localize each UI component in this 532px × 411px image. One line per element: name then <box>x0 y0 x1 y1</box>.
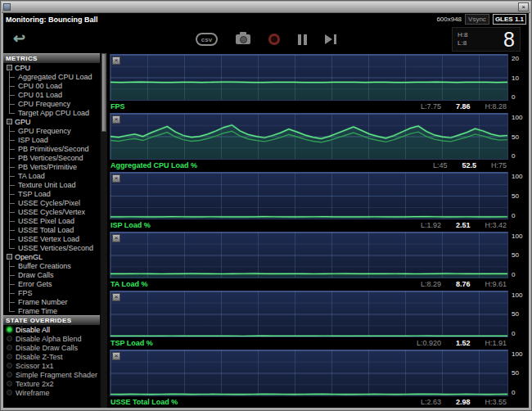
chart-close-icon[interactable]: × <box>112 115 120 124</box>
metric-item[interactable]: CPU Frequency <box>3 99 100 108</box>
window-close-button[interactable]: × <box>518 2 529 11</box>
chart-trace <box>110 114 507 159</box>
y-tick-top: 100 <box>512 114 522 121</box>
y-tick-top: 100 <box>512 173 522 180</box>
chart-trace <box>110 55 507 100</box>
chart-plot[interactable]: × <box>110 54 508 101</box>
export-csv-button[interactable]: csv <box>196 33 218 46</box>
chart-close-icon[interactable]: × <box>112 174 120 183</box>
state-override-item[interactable]: Disable Draw Calls <box>3 343 100 352</box>
chart-plot[interactable]: × <box>110 172 508 219</box>
state-override-item[interactable]: Scissor 1x1 <box>3 361 100 370</box>
state-override-item[interactable]: Simple Fragment Shader <box>3 370 100 379</box>
app-icon <box>3 3 11 11</box>
pause-button[interactable] <box>298 34 307 45</box>
chart-panel: × 100 50 0 TA Load % L:8.29 8.76 <box>110 231 529 290</box>
metric-label: Draw Calls <box>18 271 54 279</box>
metric-item[interactable]: USSE Vertex Load <box>3 234 100 243</box>
metric-item[interactable]: CPU <box>3 63 100 72</box>
scrollbar-thumb[interactable] <box>101 53 106 132</box>
metric-item[interactable]: USSE Vertices/Second <box>3 243 100 252</box>
chart-caption-row: FPS L:7.75 7.86 H:8.28 <box>110 102 508 111</box>
record-button[interactable] <box>268 34 280 45</box>
chart-close-icon[interactable]: × <box>112 234 120 242</box>
metric-label: OpenGL <box>15 253 43 261</box>
chart-y-axis: 20 10 0 <box>510 54 529 101</box>
metric-item[interactable]: CPU 01 Load <box>3 90 100 99</box>
metric-label: PB Verts/Primitive <box>18 163 77 171</box>
metric-item[interactable]: ISP Load <box>3 135 100 144</box>
vsync-badge[interactable]: Vsync <box>465 14 489 25</box>
sidebar-scrollbar[interactable] <box>100 53 107 408</box>
metric-item[interactable]: Error Gets <box>3 279 100 288</box>
y-tick-top: 100 <box>512 291 522 299</box>
camera-screenshot-button[interactable] <box>236 34 250 44</box>
state-override-item[interactable]: Wireframe <box>3 388 100 397</box>
metric-label: GPU <box>15 118 31 126</box>
chart-close-icon[interactable]: × <box>112 56 120 65</box>
metric-item[interactable]: USSE Cycles/Pixel <box>3 198 100 207</box>
override-status-dot <box>7 336 12 341</box>
metric-item[interactable]: PB Primitives/Second <box>3 144 100 153</box>
gles-version-badge: GLES 1.1 <box>493 14 526 25</box>
header-right-cluster: 600x948 Vsync GLES 1.1 <box>436 14 526 25</box>
window-titlebar[interactable]: × <box>2 2 530 13</box>
chart-low-value: L:8.29 <box>421 280 441 288</box>
state-overrides-list: Disable All Disable Alpha Blend Disable … <box>3 325 100 397</box>
metric-item[interactable]: Buffer Creations <box>3 261 100 270</box>
metric-item[interactable]: PB Vertices/Second <box>3 153 100 162</box>
metric-label: USSE Cycles/Pixel <box>18 199 80 207</box>
metric-item[interactable]: USSE Pixel Load <box>3 216 100 225</box>
chart-current-value: 52.5 <box>462 161 476 169</box>
metric-item[interactable]: OpenGL <box>3 252 100 261</box>
chart-high-value: H:1.91 <box>485 339 507 347</box>
metric-label: Buffer Creations <box>18 262 71 270</box>
metric-item[interactable]: TSP Load <box>3 189 100 198</box>
state-override-item[interactable]: Disable Z-Test <box>3 352 100 361</box>
chart-trace <box>110 350 507 395</box>
metric-item[interactable]: USSE Cycles/Vertex <box>3 207 100 216</box>
tree-node-icon[interactable] <box>7 119 12 124</box>
metric-label: Error Gets <box>18 280 52 288</box>
chart-y-axis: 100 50 0 <box>510 113 529 160</box>
skip-to-end-button[interactable] <box>325 34 336 44</box>
chart-plot[interactable]: × <box>110 350 508 396</box>
chart-name: ISP Load % <box>110 221 151 229</box>
chart-y-axis: 100 50 0 <box>510 172 529 219</box>
metric-item[interactable]: PB Verts/Primitive <box>3 162 100 171</box>
metric-item[interactable]: FPS <box>3 288 100 297</box>
metric-item[interactable]: TA Load <box>3 171 100 180</box>
chart-plot[interactable]: × <box>110 291 508 337</box>
metric-item[interactable]: Frame Time <box>3 306 100 315</box>
chart-close-icon[interactable]: × <box>112 352 120 360</box>
metric-item[interactable]: Aggregated CPU Load <box>3 72 100 81</box>
metric-item[interactable]: CPU 00 Load <box>3 81 100 90</box>
metric-item[interactable]: GPU <box>3 117 100 126</box>
chart-plot[interactable]: × <box>110 232 508 278</box>
metrics-tree: CPU Aggregated CPU Load CPU 00 Load <box>3 63 100 315</box>
metric-label: USSE Total Load <box>18 226 74 234</box>
tree-node-icon[interactable] <box>7 254 12 260</box>
metric-label: CPU Frequency <box>18 100 70 108</box>
chart-low-value: L:2.63 <box>421 398 441 406</box>
metric-item[interactable]: Target App CPU Load <box>3 108 100 117</box>
state-override-item[interactable]: Texture 2x2 <box>3 379 100 388</box>
metric-item[interactable]: GPU Frequency <box>3 126 100 135</box>
metric-item[interactable]: Frame Number <box>3 297 100 306</box>
chart-low-value: L:45 <box>433 161 448 169</box>
metric-label: Frame Number <box>18 298 68 306</box>
state-override-item[interactable]: Disable Alpha Blend <box>3 334 100 343</box>
metric-label: PB Primitives/Second <box>18 145 89 153</box>
y-tick-bottom: 0 <box>512 330 515 337</box>
tree-node-icon[interactable] <box>7 65 12 70</box>
metric-item[interactable]: Draw Calls <box>3 270 100 279</box>
frame-current-value: 8 <box>503 28 515 51</box>
state-override-item[interactable]: Disable All <box>3 325 100 334</box>
chart-plot[interactable]: × <box>110 113 508 160</box>
state-overrides-header: STATE OVERRIDES <box>3 315 100 325</box>
metric-item[interactable]: USSE Total Load <box>3 225 100 234</box>
chart-current-value: 1.52 <box>456 339 471 347</box>
metric-item[interactable]: Texture Unit Load <box>3 180 100 189</box>
chart-close-icon[interactable]: × <box>112 293 120 301</box>
chart-high-value: H:3.55 <box>485 398 507 406</box>
